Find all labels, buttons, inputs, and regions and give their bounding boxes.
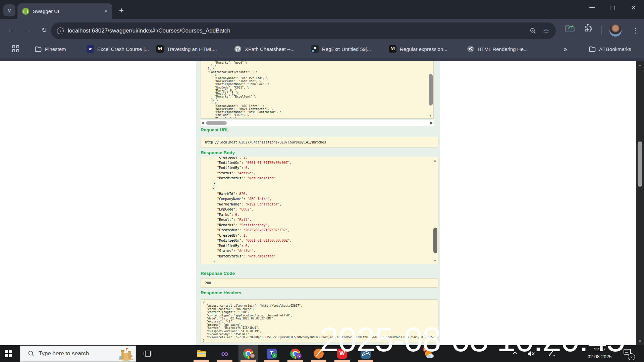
chevrons-right-icon: » [564, 45, 567, 53]
scrollbar-thumb[interactable] [638, 141, 642, 187]
bookmark-pinestem[interactable]: Pinestem [35, 40, 66, 58]
scroll-down-icon[interactable]: ▼ [429, 114, 432, 117]
bookmark-label: Traversing an HTML... [167, 46, 217, 52]
taskbar-teams[interactable]: T ✓ [262, 345, 281, 362]
response-body-line: "BatchStatus": "NotCompleted" [205, 254, 438, 259]
response-code-value: 200 [201, 281, 211, 285]
scroll-down-icon[interactable]: ▼ [636, 339, 644, 343]
task-view-button[interactable] [144, 350, 152, 357]
tab-search-button[interactable]: ∨ [3, 4, 15, 16]
taskbar-file-explorer[interactable] [192, 345, 211, 362]
response-body-line: "CreatedOn": "2025-08-02T07:07:13Z", [205, 228, 438, 233]
bookmark-html-rendering[interactable]: HTML Rendering He... [467, 40, 528, 58]
response-body-line: } [205, 259, 438, 264]
bookmark-xpath-cheatsheet[interactable]: XPath Cheatsheet --... [234, 40, 294, 58]
url-text[interactable]: localhost:63027/swagger/ui/index#!/Cours… [68, 27, 530, 34]
taskbar-visual-studio[interactable]: ∞ [215, 345, 234, 362]
browser-menu-icon[interactable]: ⋮ [631, 25, 641, 36]
response-body-line: "EmpCode": "C002", [205, 207, 438, 212]
page-scrollbar[interactable]: ▲ ▼ [636, 61, 644, 345]
taskbar-chrome-profile2[interactable]: S [285, 345, 305, 362]
request-url-heading: Request URL [201, 127, 229, 132]
response-body-line: "CompanyName": "ABC Infra", [205, 196, 438, 202]
scroll-down-icon[interactable]: ▼ [433, 259, 437, 262]
response-body-box[interactable]: "CreatedBy": 1, "ModifiedOn": "0001-01-0… [201, 157, 438, 264]
swagger-favicon-icon: {…} [22, 8, 29, 15]
search-placeholder: Type here to search [39, 350, 118, 357]
tab-strip: ∨ {…} Swagger UI × + — ▢ × [0, 0, 644, 19]
extension-folder-icon[interactable] [565, 24, 575, 33]
bookmark-star-icon[interactable]: ☆ [543, 27, 549, 35]
tab-close-icon[interactable]: × [104, 8, 108, 14]
scroll-up-icon[interactable]: ▲ [433, 159, 437, 162]
response-code-heading: Response Code [201, 271, 235, 276]
taskbar-chrome-active[interactable] [238, 345, 258, 362]
bookmark-traversing-html[interactable]: M Traversing an HTML... [156, 40, 217, 58]
bookmarks-overflow-button[interactable]: » [564, 40, 567, 58]
response-body-line: "CreatedBy": 1, [205, 233, 438, 238]
timestamp-watermark: 2025-08-03 10.20.45 [320, 322, 625, 357]
request-body-text: "Remarks": "good" \ } \ ], \ "Contractor… [201, 61, 433, 119]
running-indicator [264, 360, 279, 362]
request-body-box[interactable]: "Remarks": "good" \ } \ ], \ "Contractor… [201, 61, 434, 119]
response-body-line: "ModifiedBy": 0, [205, 165, 438, 171]
all-bookmarks-button[interactable]: All Bookmarks [589, 40, 631, 58]
bookmarks-divider [25, 45, 25, 53]
response-body-line: }, [205, 181, 438, 186]
response-body-line: { [205, 186, 438, 191]
back-button[interactable]: ← [5, 23, 18, 37]
bookmark-label: XPath Cheatsheet --... [245, 46, 294, 52]
scroll-up-icon[interactable]: ▲ [636, 63, 644, 67]
site-info-icon[interactable]: i [57, 27, 64, 34]
reload-button[interactable]: ↻ [38, 23, 51, 37]
response-body-line: "ModifiedOn": "0001-01-01T00:00:00Z", [205, 160, 438, 166]
bookmark-label: Pinestem [45, 46, 66, 52]
globe-icon [467, 45, 474, 53]
notification-badge: 2 [628, 353, 635, 360]
tab-title: Swagger UI [33, 8, 101, 14]
new-tab-button[interactable]: + [116, 5, 127, 16]
running-indicator [194, 360, 209, 362]
github-icon [234, 45, 241, 53]
folder-icon [35, 46, 42, 52]
window-controls: — ▢ × [582, 0, 644, 15]
maximize-button[interactable]: ▢ [602, 0, 623, 15]
zoom-icon[interactable] [530, 27, 536, 34]
bookmark-label: HTML Rendering He... [478, 46, 528, 52]
file-explorer-icon [196, 349, 206, 359]
response-body-line: "ModifiedBy": 0, [205, 243, 438, 249]
response-body-line: "Marks": 6, [205, 212, 438, 218]
taskbar-search[interactable]: Type here to search [20, 346, 136, 362]
response-headers-heading: Response Headers [201, 290, 241, 295]
close-button[interactable]: × [623, 0, 644, 15]
toolbar-divider [601, 26, 602, 35]
forward-button[interactable]: → [21, 23, 34, 37]
bookmark-label: RegExr: Untitled 59j... [322, 46, 371, 52]
start-button[interactable] [5, 350, 12, 357]
apps-grid-icon[interactable] [12, 45, 19, 53]
profile-avatar[interactable] [609, 24, 622, 37]
bookmark-regular-expression[interactable]: M Regular expression... [389, 40, 447, 58]
browser-tab[interactable]: {…} Swagger UI × [17, 3, 112, 19]
scroll-left-icon[interactable]: ◀ [201, 121, 204, 125]
regexr-icon: * [311, 45, 319, 53]
response-body-line: "Status": "Active", [205, 248, 438, 254]
response-body-json: "CreatedBy": 1, "ModifiedOn": "0001-01-0… [201, 157, 438, 264]
sandcastle-icon [118, 347, 134, 361]
running-indicator [358, 360, 373, 362]
response-body-scrollbar[interactable]: ▲ ▼ [433, 157, 438, 264]
response-body-line: "WorkerName": "Ravi Contractor", [205, 202, 438, 207]
scroll-right-icon[interactable]: ▶ [430, 121, 433, 125]
request-body-scrollbar[interactable]: ▼ [428, 61, 433, 118]
bookmark-regexr[interactable]: * RegExr: Untitled 59j... [311, 40, 371, 58]
bookmark-excel-crash-course[interactable]: w Excel Crash Course |... [87, 40, 149, 58]
request-body-hscrollbar[interactable]: ◀ ▶ [201, 120, 434, 126]
running-indicator [217, 360, 232, 362]
running-indicator [311, 360, 326, 362]
bookmarks-bar: Pinestem w Excel Crash Course |... M Tra… [0, 40, 644, 58]
extensions-puzzle-icon[interactable] [584, 24, 592, 32]
address-bar[interactable]: i localhost:63027/swagger/ui/index#!/Cou… [51, 22, 556, 39]
response-body-heading: Response Body [201, 150, 235, 155]
minimize-button[interactable]: — [582, 0, 602, 15]
response-body-line: "Status": "Active", [205, 171, 438, 176]
